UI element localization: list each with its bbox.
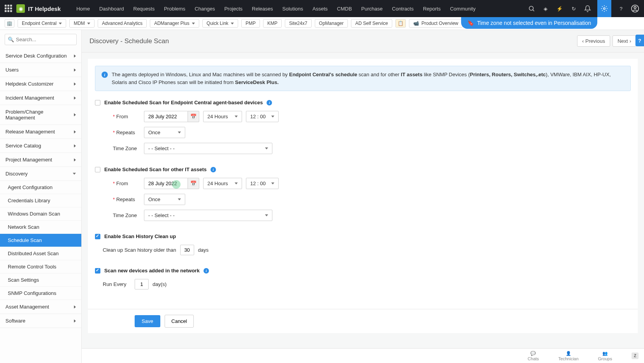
pill-mdm[interactable]: MDM: [69, 19, 95, 28]
sidebar-sub-scan-settings[interactable]: Scan Settings: [0, 274, 81, 287]
sidebar-item-problem-change[interactable]: Problem/Change Management: [0, 105, 81, 125]
sidebar-item-software[interactable]: Software: [0, 314, 81, 328]
info-icon[interactable]: i: [204, 268, 209, 274]
nav-requests[interactable]: Requests: [129, 6, 160, 12]
history-icon[interactable]: ↻: [569, 4, 578, 13]
nav-community[interactable]: Community: [445, 6, 480, 12]
tz-label: Time Zone: [113, 212, 140, 218]
pill-pmp[interactable]: PMP: [241, 19, 260, 28]
pill-kmp[interactable]: KMP: [263, 19, 282, 28]
previous-button[interactable]: ‹ Previous: [577, 35, 610, 47]
sidebar-item-release[interactable]: Release Management: [0, 125, 81, 139]
sidebar-sub-snmp[interactable]: SNMP Configurations: [0, 287, 81, 300]
sidebar-sub-remote-control[interactable]: Remote Control Tools: [0, 260, 81, 274]
nav-changes[interactable]: Changes: [190, 6, 219, 12]
sidebar-sub-windows-domain[interactable]: Windows Domain Scan: [0, 207, 81, 221]
svg-point-1: [604, 8, 605, 10]
org-icon[interactable]: 🏢: [5, 19, 14, 28]
pin-icon[interactable]: ◈: [541, 4, 550, 13]
bottom-bar: 💬Chats 👤Technician 👥Groups Z: [82, 348, 644, 363]
pill-endpoint[interactable]: Endpoint Central: [18, 19, 66, 28]
runevery-input[interactable]: [135, 279, 149, 289]
sidebar-item-service-desk[interactable]: Service Desk Configuration: [0, 49, 81, 63]
help-icon[interactable]: ?: [617, 4, 625, 13]
nav-projects[interactable]: Projects: [219, 6, 247, 12]
nav-problems[interactable]: Problems: [159, 6, 190, 12]
sec1-date-input[interactable]: [144, 111, 188, 122]
nav-reports[interactable]: Reports: [418, 6, 446, 12]
search-input[interactable]: [5, 34, 77, 45]
sidebar: 🔍 Service Desk Configuration Users Helpd…: [0, 30, 82, 363]
sec2-format-select[interactable]: 24 Hours: [203, 178, 242, 189]
sec2-time-select[interactable]: 12 : 00: [246, 178, 279, 189]
sidebar-item-service-catalog[interactable]: Service Catalog: [0, 139, 81, 153]
sidebar-item-project[interactable]: Project Management: [0, 153, 81, 167]
next-button[interactable]: Next ›: [612, 35, 636, 47]
bb-chats[interactable]: 💬Chats: [528, 351, 539, 361]
checkbox-enable-cleanup[interactable]: [95, 234, 100, 239]
nav-cmdb[interactable]: CMDB: [332, 6, 356, 12]
gear-icon[interactable]: [597, 0, 611, 17]
sec1-time-select[interactable]: 12 : 00: [246, 111, 279, 122]
cancel-button[interactable]: Cancel: [165, 315, 193, 328]
repeats-label: Repeats: [116, 196, 135, 202]
sec2-date-input[interactable]: [144, 178, 188, 189]
nav-purchase[interactable]: Purchase: [356, 6, 387, 12]
page-title: Discovery - Schedule Scan: [89, 37, 169, 45]
pill-product-overview[interactable]: 📹 Product Overview: [409, 19, 463, 28]
sec2-repeats-select[interactable]: Once: [144, 194, 185, 205]
sidebar-sub-agent-config[interactable]: Agent Configuration: [0, 181, 81, 194]
pill-opmanager[interactable]: OpManager: [315, 19, 348, 28]
save-button[interactable]: Save: [135, 315, 160, 327]
runevery-label: Run Every: [103, 281, 131, 287]
nav-dashboard[interactable]: Dashboard: [95, 6, 129, 12]
pill-site24x7[interactable]: Site24x7: [285, 19, 312, 28]
checkbox-enable-sec2[interactable]: [95, 167, 100, 172]
checkbox-enable-sec1[interactable]: [95, 100, 100, 105]
apps-grid-icon[interactable]: [5, 5, 12, 12]
sidebar-item-users[interactable]: Users: [0, 63, 81, 77]
calendar-icon[interactable]: 📅: [188, 178, 199, 189]
sec1-timezone-select[interactable]: - - Select - -: [144, 143, 272, 154]
profile-icon[interactable]: [631, 4, 639, 13]
cleanup-days-input[interactable]: [180, 245, 194, 255]
bolt-icon[interactable]: ⚡: [555, 4, 564, 13]
sidebar-sub-schedule-scan[interactable]: Schedule Scan: [0, 234, 81, 247]
sidebar-sub-distributed[interactable]: Distributed Asset Scan: [0, 247, 81, 260]
secondary-bar: 🏢 Endpoint Central MDM Advanced Analytic…: [0, 17, 644, 30]
sidebar-item-asset-mgmt[interactable]: Asset Management: [0, 300, 81, 314]
pill-quicklink[interactable]: Quick Link: [202, 19, 238, 28]
sec2-timezone-select[interactable]: - - Select - -: [144, 210, 272, 221]
pill-admanager[interactable]: ADManager Plus: [150, 19, 199, 28]
timezone-banner[interactable]: 🔖 Time zone not selected even in Persona…: [461, 17, 597, 29]
bell-icon[interactable]: [583, 4, 592, 13]
pill-analytics[interactable]: Advanced Analytics: [98, 19, 147, 28]
checkbox-scan-new-devices[interactable]: [95, 268, 100, 274]
newdev-title: Scan new devices added in the network: [104, 268, 200, 274]
info-icon[interactable]: i: [211, 167, 216, 172]
nav-contracts[interactable]: Contracts: [387, 6, 418, 12]
runevery-unit: day(s): [153, 281, 167, 287]
nav-home[interactable]: Home: [72, 6, 95, 12]
cleanup-title: Enable Scan History Clean up: [104, 233, 176, 239]
sec1-title: Enable Scheduled Scan for Endpoint Centr…: [104, 100, 263, 105]
help-side-tab[interactable]: ?: [635, 35, 644, 46]
sec1-repeats-select[interactable]: Once: [144, 127, 185, 138]
sidebar-item-discovery[interactable]: Discovery: [0, 167, 81, 181]
from-label: From: [116, 181, 128, 186]
sidebar-item-incident[interactable]: Incident Management: [0, 91, 81, 105]
pill-adselfservice[interactable]: AD Self Service: [351, 19, 392, 28]
sidebar-sub-network-scan[interactable]: Network Scan: [0, 221, 81, 234]
nav-solutions[interactable]: Solutions: [278, 6, 308, 12]
bb-technician[interactable]: 👤Technician: [558, 351, 579, 361]
nav-assets[interactable]: Assets: [308, 6, 332, 12]
sidebar-item-helpdesk-customizer[interactable]: Helpdesk Customizer: [0, 77, 81, 91]
info-icon[interactable]: i: [267, 100, 272, 105]
sidebar-sub-credentials[interactable]: Credentials Library: [0, 194, 81, 207]
calendar-icon[interactable]: 📅: [188, 111, 199, 122]
sec1-format-select[interactable]: 24 Hours: [203, 111, 242, 122]
nav-releases[interactable]: Releases: [247, 6, 277, 12]
notes-icon[interactable]: 📋: [395, 19, 406, 28]
bb-groups[interactable]: 👥Groups: [598, 351, 612, 361]
search-icon[interactable]: [527, 4, 536, 13]
